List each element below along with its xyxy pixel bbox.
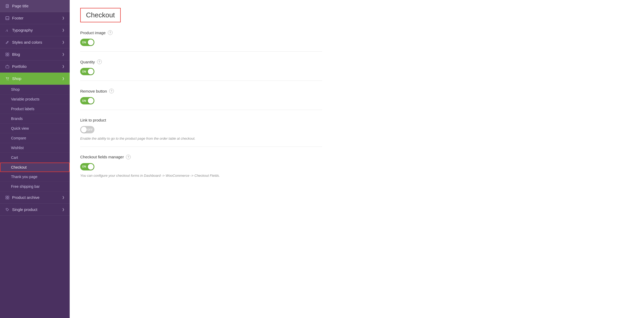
svg-point-12 [7,80,7,80]
sidebar-sub-item-label: Thank you page [11,175,37,179]
svg-point-18 [7,209,7,209]
briefcase-icon [5,64,9,69]
sidebar-sub-item-variable-products[interactable]: Variable products [0,94,70,104]
svg-rect-11 [6,66,9,68]
toggle-label-on: ON [82,165,86,168]
sidebar-sub-item-cart[interactable]: Cart [0,153,70,163]
setting-product-image: Product image ? ON [80,30,322,52]
toggle-label-on: ON [82,70,86,73]
grid-small-icon [5,195,9,200]
toggle-remove-button[interactable]: ON [80,97,94,104]
type-icon: A [5,28,9,32]
sidebar-sub-item-label: Product labels [11,107,34,111]
toggle-quantity[interactable]: ON [80,68,94,75]
sidebar: Page title Footer ❯ A Typography ❯ [0,0,70,318]
sidebar-sub-item-label: Wishlist [11,146,24,150]
sidebar-sub-item-label: Quick view [11,126,29,130]
toggle-knob [88,164,94,170]
file-icon [5,4,9,8]
sidebar-item-styles-colors[interactable]: Styles and colors ❯ [0,36,70,48]
toggle-checkout-fields-manager[interactable]: ON [80,163,94,170]
sidebar-item-label: Styles and colors [12,40,42,44]
sidebar-item-label: Shop [12,76,21,81]
sidebar-item-footer[interactable]: Footer ❯ [0,12,70,24]
help-icon-quantity[interactable]: ? [97,59,102,64]
sidebar-sub-item-checkout[interactable]: Checkout [0,163,70,172]
setting-description-checkout-fields-manager: You can configure your checkout forms in… [80,173,322,178]
pen-icon [5,40,9,44]
sidebar-sub-item-thank-you-page[interactable]: Thank you page [0,172,70,182]
sidebar-item-label: Blog [12,52,20,57]
sidebar-sub-item-label: Cart [11,155,18,160]
toggle-label-on: ON [82,99,86,102]
sidebar-item-typography[interactable]: A Typography ❯ [0,24,70,36]
sidebar-sub-item-label: Free shipping bar [11,184,40,189]
toggle-link-to-product-wrap: OFF [80,126,322,133]
toggle-knob [88,39,94,45]
toggle-knob [81,127,87,133]
sidebar-sub-item-wishlist[interactable]: Wishlist [0,143,70,153]
sidebar-sub-item-quick-view[interactable]: Quick view [0,124,70,133]
svg-rect-17 [8,198,9,199]
toggle-label-off: OFF [87,128,93,131]
layout-icon [5,16,9,20]
sidebar-item-label: Footer [12,16,23,20]
sidebar-sub-item-brands[interactable]: Brands [0,114,70,124]
checkout-title-box: Checkout [80,8,121,22]
tag-icon [5,208,9,212]
toggle-product-image[interactable]: ON [80,39,94,46]
toggle-checkout-fields-manager-wrap: ON [80,163,322,170]
sidebar-sub-item-compare[interactable]: Compare [0,133,70,143]
sidebar-item-page-title[interactable]: Page title [0,0,70,12]
svg-rect-9 [6,55,7,56]
chevron-down-icon: ❯ [62,16,64,20]
sidebar-item-single-product[interactable]: Single product ❯ [0,204,70,216]
sidebar-item-label: Portfolio [12,64,27,69]
setting-label-product-image: Product image ? [80,30,322,35]
sidebar-item-blog[interactable]: Blog ❯ [0,48,70,60]
sidebar-item-product-archive[interactable]: Product archive ❯ [0,191,70,204]
cart-icon [5,77,9,81]
toggle-quantity-wrap: ON [80,68,322,75]
sidebar-sub-item-label: Brands [11,117,23,121]
sidebar-sub-item-shop[interactable]: Shop [0,85,70,94]
chevron-down-icon: ❯ [62,53,64,56]
setting-label-remove-button: Remove button ? [80,89,322,93]
grid-icon [5,52,9,57]
setting-label-checkout-fields-manager: Checkout fields manager ? [80,155,322,159]
setting-label-link-to-product: Link to product [80,118,322,122]
setting-link-to-product: Link to product OFF Enable the ability t… [80,118,322,147]
svg-rect-7 [6,53,7,54]
sidebar-sub-item-free-shipping-bar[interactable]: Free shipping bar [0,182,70,191]
page-title: Checkout [86,11,115,19]
chevron-down-icon: ❯ [62,208,64,211]
help-icon-checkout-fields-manager[interactable]: ? [126,155,131,159]
sidebar-item-portfolio[interactable]: Portfolio ❯ [0,60,70,73]
svg-rect-4 [6,17,9,20]
sidebar-sub-item-label: Variable products [11,97,39,101]
toggle-link-to-product[interactable]: OFF [80,126,94,133]
svg-rect-14 [6,196,7,197]
setting-label-text: Checkout fields manager [80,155,124,159]
svg-text:A: A [6,28,8,32]
toggle-label-on: ON [82,41,86,44]
toggle-knob [88,98,94,104]
sidebar-item-label: Typography [12,28,33,32]
help-icon-remove-button[interactable]: ? [109,89,114,93]
toggle-product-image-wrap: ON [80,39,322,46]
svg-point-13 [8,80,9,80]
sidebar-item-label: Page title [12,4,29,8]
svg-rect-10 [8,55,9,56]
toggle-remove-button-wrap: ON [80,97,322,104]
sidebar-sub-item-product-labels[interactable]: Product labels [0,104,70,114]
help-icon-product-image[interactable]: ? [108,30,113,35]
setting-label-text: Link to product [80,118,106,122]
sidebar-sub-item-label: Compare [11,136,26,140]
sidebar-item-label: Single product [12,207,37,212]
svg-rect-16 [6,198,7,199]
setting-label-text: Quantity [80,60,95,64]
toggle-knob [88,69,94,74]
sidebar-sub-item-label: Shop [11,87,20,92]
sidebar-item-shop[interactable]: Shop ❯ [0,73,70,85]
chevron-down-icon: ❯ [62,65,64,68]
